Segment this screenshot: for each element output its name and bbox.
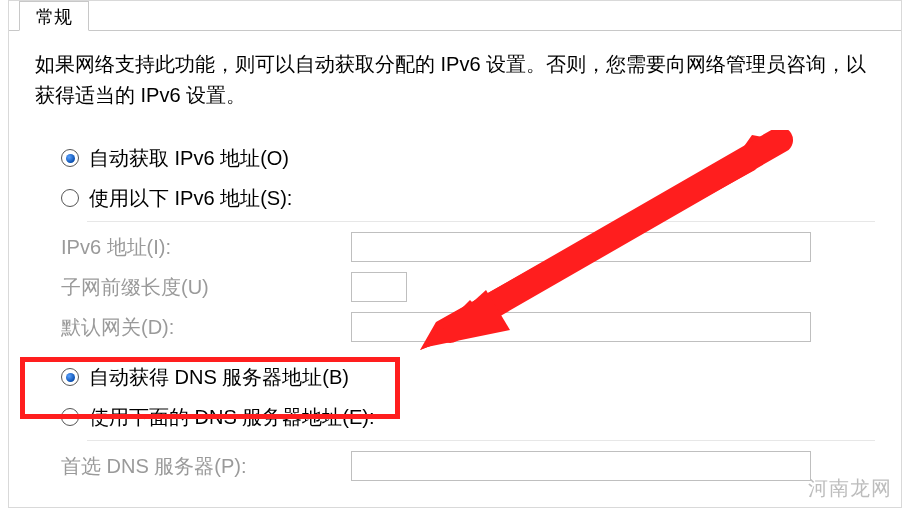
ipv6-address-row: IPv6 地址(I):	[61, 228, 875, 266]
radio-auto-ipv6[interactable]	[61, 149, 79, 167]
radio-manual-ipv6[interactable]	[61, 189, 79, 207]
gateway-label: 默认网关(D):	[61, 314, 351, 341]
preferred-dns-row: 首选 DNS 服务器(P):	[61, 447, 875, 485]
tab-bar: 常规	[9, 1, 901, 31]
tab-general[interactable]: 常规	[19, 1, 89, 31]
tab-content: 如果网络支持此功能，则可以自动获取分配的 IPv6 设置。否则，您需要向网络管理…	[9, 31, 901, 497]
tab-divider	[9, 30, 901, 31]
ipv6-address-input[interactable]	[351, 232, 811, 262]
fieldset-divider	[87, 221, 875, 222]
radio-dot-icon	[66, 373, 75, 382]
prefix-row: 子网前缀长度(U)	[61, 268, 875, 306]
radio-auto-ipv6-label: 自动获取 IPv6 地址(O)	[89, 145, 289, 172]
description-text: 如果网络支持此功能，则可以自动获取分配的 IPv6 设置。否则，您需要向网络管理…	[35, 49, 875, 111]
radio-auto-ipv6-row: 自动获取 IPv6 地址(O)	[61, 139, 875, 177]
radio-manual-ipv6-row: 使用以下 IPv6 地址(S):	[61, 179, 875, 217]
gateway-input[interactable]	[351, 312, 811, 342]
dialog-window: 常规 如果网络支持此功能，则可以自动获取分配的 IPv6 设置。否则，您需要向网…	[8, 0, 902, 508]
gateway-row: 默认网关(D):	[61, 308, 875, 346]
preferred-dns-input[interactable]	[351, 451, 811, 481]
radio-dot-icon	[66, 154, 75, 163]
watermark-text: 河南龙网	[808, 475, 892, 502]
radio-manual-dns-label: 使用下面的 DNS 服务器地址(E):	[89, 404, 375, 431]
ipv6-address-label: IPv6 地址(I):	[61, 234, 351, 261]
radio-auto-dns-label: 自动获得 DNS 服务器地址(B)	[89, 364, 349, 391]
radio-auto-dns-row: 自动获得 DNS 服务器地址(B)	[61, 358, 875, 396]
radio-manual-dns-row: 使用下面的 DNS 服务器地址(E):	[61, 398, 875, 436]
ipv6-group: 自动获取 IPv6 地址(O) 使用以下 IPv6 地址(S): IPv6 地址…	[35, 139, 875, 346]
radio-auto-dns[interactable]	[61, 368, 79, 386]
preferred-dns-label: 首选 DNS 服务器(P):	[61, 453, 351, 480]
radio-manual-dns[interactable]	[61, 408, 79, 426]
radio-manual-ipv6-label: 使用以下 IPv6 地址(S):	[89, 185, 292, 212]
prefix-label: 子网前缀长度(U)	[61, 274, 351, 301]
dns-group: 自动获得 DNS 服务器地址(B) 使用下面的 DNS 服务器地址(E): 首选…	[35, 358, 875, 485]
prefix-input[interactable]	[351, 272, 407, 302]
fieldset-divider-dns	[87, 440, 875, 441]
